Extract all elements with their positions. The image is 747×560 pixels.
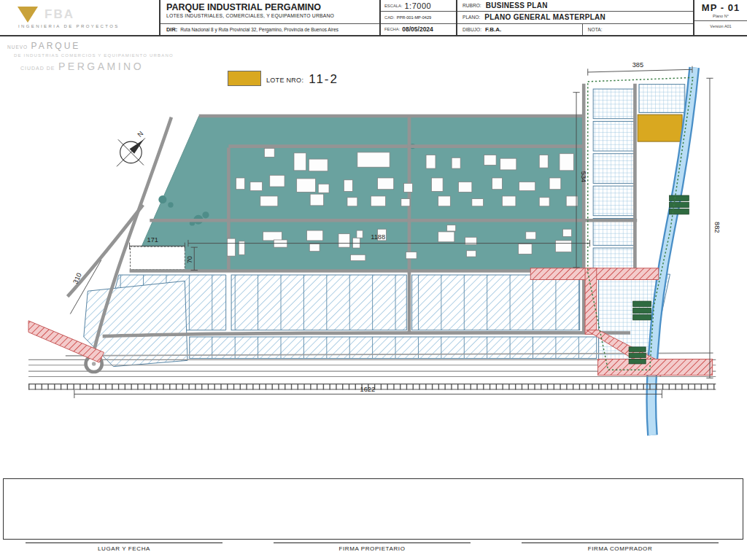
fecha-label: FECHA: (384, 27, 400, 31)
north-label: N (136, 130, 145, 139)
signature-buyer: FIRMA COMPRADOR (522, 542, 719, 552)
signature-buyer-label: FIRMA COMPRADOR (588, 545, 653, 552)
dimension-1188-label: 1188 (371, 233, 385, 241)
project-title-cell: PARQUE INDUSTRIAL PERGAMINO LOTES INDUST… (159, 0, 379, 35)
plano-row: PLANO: PLANO GENERAL MASTERPLAN (457, 12, 693, 23)
title-block: FBA INGENIERIA DE PROYECTOS PARQUE INDUS… (0, 0, 747, 36)
nota-label: NOTA: (588, 27, 603, 32)
rubro-row: RUBRO: BUSINESS PLAN (457, 0, 693, 12)
dimension-1622: 1622 (74, 386, 662, 398)
escala-value: 1:7000 (405, 1, 432, 10)
project-subtitle: LOTES INDUSTRIALES, COMERCIALES, Y EQUIP… (160, 12, 379, 20)
version-value: A01 (724, 24, 732, 28)
sheet-number-label: Plano N° (694, 13, 747, 21)
dimension-70-label: 70 (186, 256, 193, 263)
reserved-lot-dashed (131, 246, 185, 269)
sheet-version: Version A01 (694, 21, 747, 28)
drawing-sheet: FBA INGENIERIA DE PROYECTOS PARQUE INDUS… (0, 0, 747, 560)
fecha-row: FECHA: 08/05/2024 (381, 24, 456, 35)
plano-value: PLANO GENERAL MASTERPLAN (484, 13, 605, 21)
cad-label: CAD: (384, 15, 395, 20)
version-label: Version (710, 24, 723, 28)
dimension-882-label: 882 (713, 222, 721, 233)
rubro-label: RUBRO: (462, 3, 481, 8)
dir-value: Ruta Nacional 8 y Ruta Provincial 32, Pe… (180, 27, 338, 32)
dir-label: DIR: (166, 26, 177, 33)
project-title: PARQUE INDUSTRIAL PERGAMINO (160, 0, 379, 12)
dimension-385-label: 385 (632, 61, 643, 69)
project-address-row: DIR: Ruta Nacional 8 y Ruta Provincial 3… (160, 23, 379, 35)
cad-row: CAD: PPR-001-MP-0429 (381, 12, 456, 23)
dibujo-nota-row: DIBUJO: F.B.A. NOTA: (457, 24, 693, 35)
sheet-code: MP - 01 (694, 0, 747, 13)
signature-place-date-label: LUGAR Y FECHA (98, 545, 150, 552)
cad-value: PPR-001-MP-0429 (397, 15, 431, 20)
fecha-value: 08/05/2024 (402, 26, 433, 33)
commercial-lots-hatched (84, 275, 597, 367)
dibujo-label: DIBUJO: (462, 27, 481, 32)
dibujo-value: F.B.A. (485, 26, 501, 33)
rubro-value: BUSINESS PLAN (486, 1, 548, 9)
dibujo-cell: DIBUJO: F.B.A. (457, 24, 578, 35)
dimension-171-label: 171 (147, 236, 158, 244)
scale-meta-cell: ESCALA: 1:7000 CAD: PPR-001-MP-0429 FECH… (379, 0, 456, 35)
dimension-385: 385 (588, 61, 692, 76)
escala-label: ESCALA: (384, 4, 403, 8)
signature-owner: FIRMA PROPIETARIO (274, 542, 471, 552)
nota-cell: NOTA: (582, 24, 693, 35)
dimension-882: 882 (706, 78, 721, 378)
sheet-number-cell: MP - 01 Plano N° Version A01 (693, 0, 747, 35)
dimension-1622-label: 1622 (360, 386, 376, 393)
company-logo-cell: FBA INGENIERIA DE PROYECTOS (0, 0, 159, 35)
notes-box (3, 478, 743, 540)
dimension-534-label: 534 (580, 171, 587, 182)
north-compass: N (117, 130, 145, 166)
signature-place-date: LUGAR Y FECHA (26, 542, 222, 552)
fba-logo-icon (18, 7, 38, 23)
highlighted-lot-11-2 (638, 114, 682, 141)
escala-row: ESCALA: 1:7000 (381, 0, 456, 12)
plan-info-cell: RUBRO: BUSINESS PLAN PLANO: PLANO GENERA… (456, 0, 693, 35)
plano-label: PLANO: (462, 15, 480, 20)
signature-owner-label: FIRMA PROPIETARIO (339, 545, 406, 552)
company-name: FBA (44, 7, 74, 22)
company-tagline: INGENIERIA DE PROYECTOS (6, 24, 153, 28)
masterplan-svg: 385 534 882 1188 171 70 (0, 36, 747, 478)
